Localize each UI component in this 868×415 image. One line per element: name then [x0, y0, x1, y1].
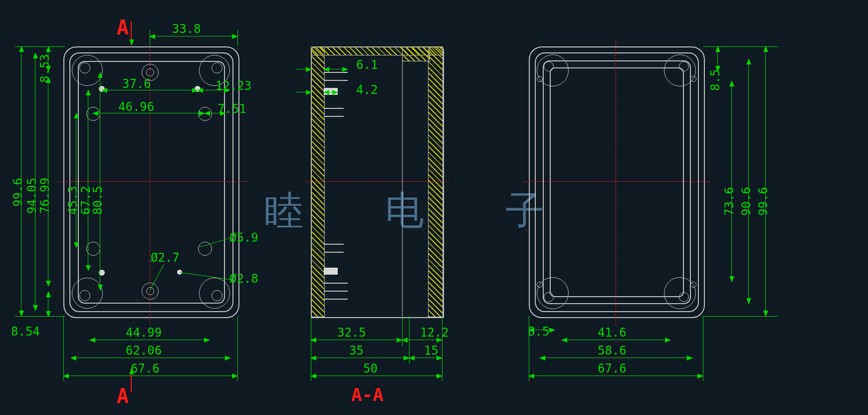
rib	[324, 116, 344, 117]
section-hatch-left	[311, 46, 325, 317]
wm-char-1: 睦	[264, 189, 304, 232]
dim-label-b-41-6: 41.6	[598, 326, 627, 340]
dim-label-32-5: 32.5	[337, 326, 366, 340]
back-centerline-v	[616, 40, 616, 326]
dim-label-b-58-6: 58.6	[598, 344, 627, 358]
dim-label-76-99: 76.99	[38, 178, 52, 214]
dim-label-r-73-6: 73.6	[722, 187, 736, 216]
dim-label-b-67-6: 67.6	[598, 362, 627, 376]
dim-r-73-6	[731, 81, 732, 282]
dim-44-99	[90, 340, 210, 340]
ext	[237, 316, 238, 381]
back-minihole	[690, 282, 696, 288]
dim-label-46-96: 46.96	[118, 100, 154, 114]
dim-label-33-8: 33.8	[172, 22, 201, 36]
dim-label-2-8: Ø2.8	[229, 272, 258, 286]
dim-label-80-5: 80.5	[91, 186, 105, 215]
dim-label-62-06: 62.06	[126, 344, 162, 358]
dim-67-6	[63, 376, 237, 376]
dim-label-15: 15	[424, 344, 438, 358]
back-hole-bl	[544, 292, 554, 302]
front-centerline-h	[59, 181, 247, 182]
dim-62-06	[71, 358, 230, 358]
standoff-bl	[86, 242, 100, 256]
dim-label-94-05: 94.05	[25, 178, 39, 214]
dim-label-7-51: 7.51	[217, 102, 246, 116]
dim-45-3	[76, 113, 76, 248]
back-hole-br	[679, 292, 689, 302]
rib	[324, 252, 344, 253]
dim-label-r-8-5: 8.5	[708, 69, 722, 91]
back-minihole	[690, 76, 696, 82]
section-label: A-A	[351, 385, 384, 405]
dim-label-99-6: 99.6	[11, 178, 25, 207]
rib	[324, 244, 344, 245]
dim-label-8-53: 8.53	[38, 54, 52, 83]
back-cavity-outline	[550, 67, 684, 297]
dim-67-2	[88, 90, 88, 271]
ext	[63, 316, 64, 381]
ext	[311, 316, 311, 381]
dim-32-5	[311, 340, 402, 340]
ext	[703, 316, 703, 381]
dim-r-8-5	[717, 46, 718, 71]
corner-hole-br	[212, 290, 222, 301]
corner-hole-bl	[79, 290, 90, 301]
dim-4-2	[324, 92, 338, 92]
section-hatch-right	[428, 46, 443, 317]
back-minihole	[537, 76, 543, 82]
dim-label-67-6: 67.6	[131, 362, 160, 376]
rib	[324, 72, 348, 73]
dim-12-2	[402, 340, 442, 340]
dim-label-2-7: Ø2.7	[151, 251, 180, 265]
back-minihole	[537, 282, 543, 288]
rib	[324, 283, 348, 284]
dim-label-12-23: 12.23	[216, 79, 251, 93]
dim-label-r-90-6: 90.6	[739, 187, 753, 216]
back-centerline-h	[524, 181, 710, 182]
dim-label-44-99: 44.99	[126, 326, 162, 340]
back-corner-tl	[537, 54, 569, 86]
dim-label-45-3: 45.3	[66, 186, 80, 215]
dim-80-5	[100, 72, 100, 290]
dim-6-1	[324, 69, 348, 69]
dim-50	[311, 376, 442, 376]
dim-b-58-6	[540, 358, 692, 358]
corner-hole-tl	[79, 62, 90, 73]
dim-35	[311, 358, 409, 358]
back-corner-tr	[664, 54, 696, 86]
dim-label-12-2: 12.2	[420, 326, 449, 340]
dim-b-41-6	[562, 340, 670, 340]
section-divider	[402, 54, 403, 316]
ext-arrow	[296, 92, 311, 92]
dim-label-4-2: 4.2	[356, 83, 378, 97]
rib	[324, 108, 344, 109]
corner-hole-tr	[212, 62, 222, 73]
dim-label-r-99-6: 99.6	[756, 187, 770, 216]
dim-15	[409, 358, 442, 358]
dim-label-35: 35	[349, 344, 364, 358]
section-mark-bottom: A	[117, 385, 129, 408]
rib	[324, 80, 348, 81]
dim-r-99-6	[765, 46, 766, 316]
back-hole-tl	[544, 61, 554, 71]
dim-label-8-54: 8.54	[11, 325, 40, 339]
section-centerline-h	[305, 181, 449, 182]
dim-label-6-1: 6.1	[356, 58, 378, 72]
dim-label-50: 50	[363, 362, 378, 376]
back-hole-tr	[679, 61, 689, 71]
section-mark-top: A	[117, 16, 129, 39]
dim-r-90-6	[748, 59, 749, 304]
rib-block	[324, 268, 338, 275]
rib	[324, 299, 348, 300]
dim-label-b-8-5: 8.5	[528, 325, 549, 339]
section-hatch-lip	[402, 46, 430, 61]
dim-label-5-9: Ø5.9	[229, 231, 258, 245]
section-arrow-top	[131, 21, 132, 45]
dim-label-37-6: 37.6	[122, 77, 151, 91]
dim-b-67-6	[529, 376, 703, 376]
mid-boss-top-hole	[146, 68, 154, 76]
dim-33-8	[150, 36, 237, 36]
ext-arrow	[296, 69, 311, 69]
drawing-canvas: 睦 电 子 A	[0, 0, 868, 415]
